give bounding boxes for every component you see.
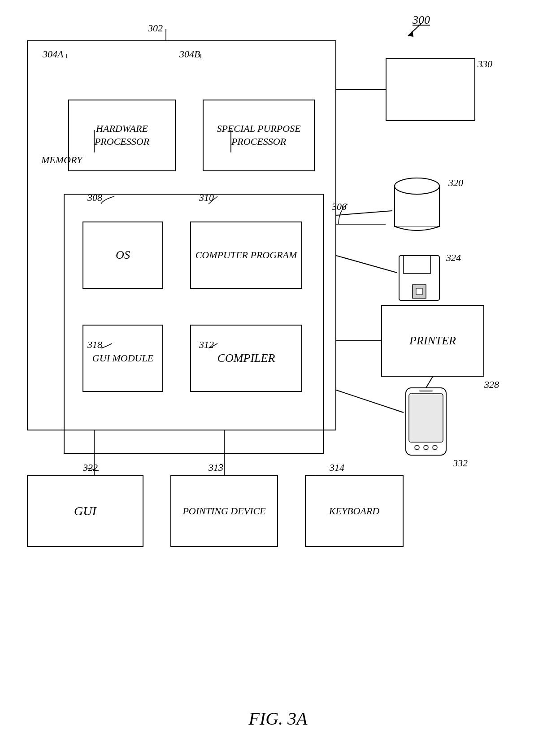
ref-328: 328: [484, 379, 499, 391]
svg-rect-8: [419, 390, 433, 392]
compiler-label: COMPILER: [217, 352, 275, 365]
computer-program-label: COMPUTER PROGRAM: [195, 249, 297, 262]
fig-label: FIG. 3A: [248, 708, 307, 729]
svg-rect-3: [404, 256, 430, 274]
box-330: [386, 58, 475, 121]
hw-processor-label: HARDWARE PROCESSOR: [69, 122, 175, 148]
ref-314: 314: [330, 462, 344, 474]
diagram: 300 302 HARDWARE PROCESSOR SPECIAL PURPO…: [0, 0, 556, 756]
ref-312: 312: [199, 339, 214, 351]
memory-label: MEMORY: [41, 154, 82, 166]
gui-module-box: GUI MODULE: [83, 325, 163, 392]
ref-308: 308: [87, 192, 102, 204]
floppy-324: [397, 253, 442, 303]
ref-332: 332: [453, 457, 468, 469]
svg-rect-7: [409, 394, 443, 442]
os-box: OS: [83, 222, 163, 289]
os-label: OS: [116, 248, 130, 262]
printer-box: PRINTER: [381, 305, 484, 377]
mobile-332: [404, 386, 448, 457]
gui-label: GUI: [74, 504, 96, 518]
ref-300: 300: [413, 13, 430, 27]
ref-320: 320: [448, 177, 463, 189]
svg-marker-13: [408, 30, 413, 37]
hw-processor-box: HARDWARE PROCESSOR: [68, 100, 176, 171]
ref-306: 306: [332, 201, 347, 213]
keyboard-label: KEYBOARD: [329, 505, 379, 517]
ref-318: 318: [87, 339, 102, 351]
computer-program-box: COMPUTER PROGRAM: [190, 222, 302, 289]
svg-line-18: [336, 256, 397, 273]
ref-310: 310: [199, 192, 214, 204]
memory-box: OS COMPUTER PROGRAM GUI MODULE COMPILER: [64, 194, 324, 454]
ref-304a: 304A: [43, 48, 63, 60]
ref-304b: 304B: [179, 48, 200, 60]
svg-point-1: [395, 178, 439, 194]
keyboard-box: KEYBOARD: [305, 475, 404, 547]
spp-label: SPECIAL PURPOSE PROCESSOR: [204, 122, 314, 148]
ref-330: 330: [478, 58, 492, 70]
gui-box: GUI: [27, 475, 143, 547]
pointing-device-box: POINTING DEVICE: [170, 475, 278, 547]
printer-label: PRINTER: [409, 334, 456, 348]
ref-324: 324: [446, 252, 461, 264]
pointing-device-label: POINTING DEVICE: [182, 505, 265, 518]
svg-line-23: [336, 390, 404, 413]
ref-302: 302: [148, 22, 163, 34]
ref-313: 313: [208, 462, 223, 474]
ref-322: 322: [83, 462, 98, 474]
gui-module-label: GUI MODULE: [92, 352, 153, 365]
svg-rect-5: [416, 288, 422, 295]
main-system-box: HARDWARE PROCESSOR SPECIAL PURPOSE PROCE…: [27, 40, 336, 430]
cylinder-320: [390, 175, 444, 233]
spp-box: SPECIAL PURPOSE PROCESSOR: [203, 100, 315, 171]
compiler-box: COMPILER: [190, 325, 302, 392]
